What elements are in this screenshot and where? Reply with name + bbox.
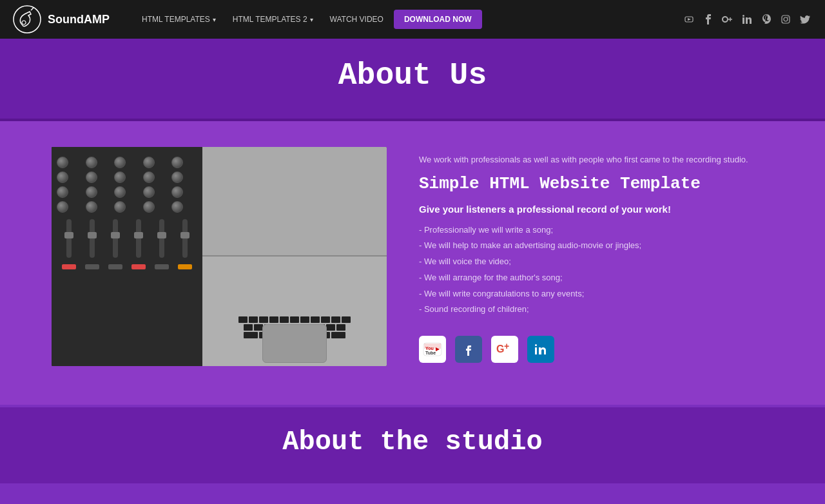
svg-text:G: G (496, 344, 504, 354)
svg-rect-7 (742, 17, 744, 24)
list-item: - We will help to make an advertising au… (419, 239, 773, 253)
list-item: - We will voice the video; (419, 255, 773, 269)
nav-html-templates[interactable]: HTML TEMPLATES (135, 11, 222, 28)
nav-social-icons (682, 12, 812, 26)
nav-pinterest-icon[interactable] (759, 12, 773, 26)
hero-section: About Us (0, 39, 825, 119)
svg-rect-9 (782, 15, 790, 23)
nav-googleplus-icon[interactable] (721, 12, 735, 26)
bottom-section: About the studio (0, 407, 825, 483)
svg-text:Tube: Tube (425, 351, 436, 355)
svg-line-1 (31, 8, 34, 10)
nav-watch-video[interactable]: WATCH VIDEO (324, 11, 390, 28)
nav-linkedin-icon[interactable] (740, 12, 754, 26)
nav-facebook-icon[interactable] (701, 12, 715, 26)
nav-instagram-icon[interactable] (779, 12, 793, 26)
content-tagline: Give your listeners a professional recor… (419, 204, 773, 215)
laptop-panel (202, 147, 387, 366)
main-content: We work with professionals as well as wi… (0, 121, 825, 405)
nav-links: HTML TEMPLATES HTML TEMPLATES 2 WATCH VI… (135, 10, 682, 29)
content-list: - Professionally we will write a song; -… (419, 224, 773, 317)
svg-marker-4 (688, 18, 691, 21)
list-item: - Sound recording of children; (419, 303, 773, 316)
content-youtube-icon[interactable]: You Tube (419, 336, 446, 363)
svg-point-11 (788, 17, 788, 17)
content-facebook-icon[interactable] (455, 336, 482, 363)
navbar: SoundAMP HTML TEMPLATES HTML TEMPLATES 2… (0, 0, 825, 39)
content-linkedin-icon[interactable] (527, 336, 554, 363)
svg-point-0 (14, 6, 41, 33)
svg-point-10 (784, 17, 788, 21)
list-item: - Professionally we will write a song; (419, 224, 773, 237)
content-subtitle: We work with professionals as well as wi… (419, 153, 773, 166)
list-item: - We will arrange for the author's song; (419, 271, 773, 285)
nav-youtube-icon[interactable] (682, 12, 696, 26)
nav-html-templates-2[interactable]: HTML TEMPLATES 2 (226, 11, 320, 28)
hero-title: About Us (13, 58, 812, 93)
brand[interactable]: SoundAMP (13, 5, 110, 34)
nav-twitter-icon[interactable] (798, 12, 812, 26)
svg-text:+: + (504, 343, 509, 351)
brand-name: SoundAMP (48, 13, 110, 26)
svg-point-2 (22, 21, 26, 24)
content-social-icons: You Tube G + (419, 336, 773, 363)
svg-rect-19 (535, 347, 537, 354)
svg-point-8 (742, 15, 744, 17)
content-title: Simple HTML Website Template (419, 174, 773, 193)
svg-point-20 (535, 344, 537, 346)
svg-text:You: You (425, 346, 434, 351)
content-right: We work with professionals as well as wi… (419, 147, 773, 363)
bottom-title: About the studio (13, 427, 812, 458)
mixer-panel (52, 147, 202, 366)
guitar-icon (13, 5, 41, 34)
list-item: - We will write congratulations to any e… (419, 287, 773, 301)
studio-image (52, 147, 387, 366)
download-now-button[interactable]: DOWNLOAD NOW (394, 10, 482, 29)
content-googleplus-icon[interactable]: G + (491, 336, 518, 363)
